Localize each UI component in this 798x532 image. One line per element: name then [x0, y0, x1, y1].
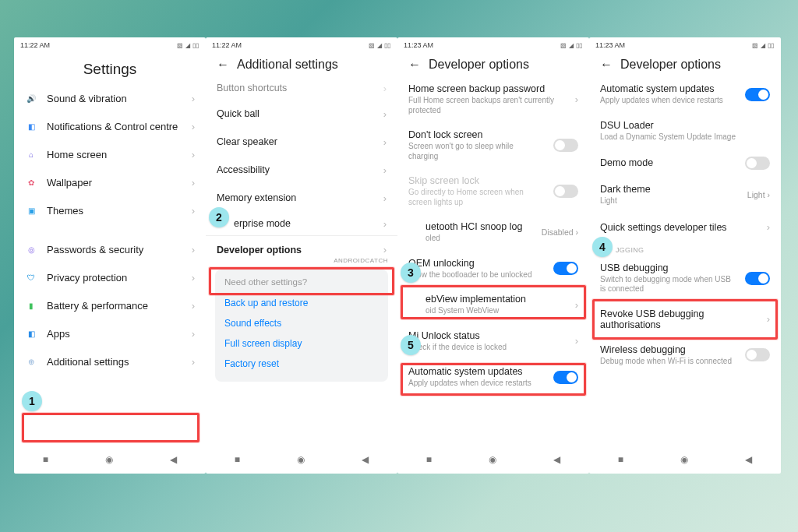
- item-value: Light ›: [747, 190, 770, 199]
- item-label: Privacy protection: [47, 272, 182, 284]
- settings-item[interactable]: ◎ Passwords & security ›: [14, 235, 206, 263]
- item-subtitle: Apply updates when device restarts: [408, 379, 544, 389]
- item-label: Notifications & Control centre: [47, 121, 182, 132]
- nav-home-icon[interactable]: ◉: [489, 454, 496, 465]
- settings-item[interactable]: Accessibility ›: [206, 156, 397, 184]
- step-badge-3: 3: [401, 262, 421, 283]
- settings-item[interactable]: Dark theme Light Light ›: [589, 177, 781, 213]
- status-time: 11:22 AM: [20, 41, 50, 49]
- settings-item[interactable]: Skip screen lock Go directly to Home scr…: [397, 168, 589, 214]
- settings-item[interactable]: 🔊 Sound & vibration ›: [14, 84, 206, 112]
- settings-item[interactable]: Demo mode: [589, 149, 781, 177]
- item-label: erprise mode: [217, 218, 374, 229]
- item-label: Sound & vibration: [47, 93, 182, 104]
- chevron-right-icon: ›: [575, 299, 578, 311]
- settings-item[interactable]: Clear speaker ›: [206, 128, 397, 156]
- settings-item-enterprise-mode[interactable]: erprise mode›: [206, 212, 397, 235]
- settings-item[interactable]: ⊕ Additional settings ›: [14, 347, 206, 375]
- settings-item[interactable]: ▮ Battery & performance ›: [14, 291, 206, 319]
- settings-item-developer-options[interactable]: Developer options›: [206, 235, 397, 263]
- toggle-switch[interactable]: [745, 88, 770, 101]
- settings-item[interactable]: ebView implementation oid System WebView…: [397, 287, 589, 323]
- item-label: Dark theme: [600, 184, 738, 195]
- item-label: Apps: [47, 328, 182, 340]
- nav-recents-icon[interactable]: ■: [618, 454, 623, 465]
- nav-back-icon[interactable]: ◀: [745, 454, 752, 465]
- item-label: Skip screen lock: [408, 175, 544, 186]
- nav-back-icon[interactable]: ◀: [362, 454, 369, 465]
- suggestion-link[interactable]: Factory reset: [224, 354, 379, 374]
- toggle-switch[interactable]: [553, 262, 578, 275]
- toggle-switch[interactable]: [745, 157, 770, 170]
- settings-item[interactable]: DSU Loader Load a Dynamic System Update …: [589, 113, 781, 150]
- item-label: OEM unlocking: [408, 258, 544, 269]
- nav-home-icon[interactable]: ◉: [680, 454, 688, 465]
- nav-back-icon[interactable]: ◀: [553, 454, 560, 465]
- settings-item[interactable]: Quick settings developer tiles ›: [589, 213, 781, 241]
- settings-item-icon: ▮: [25, 299, 37, 312]
- settings-item[interactable]: OEM unlocking Allow the bootloader to be…: [397, 251, 589, 287]
- nav-recents-icon[interactable]: ■: [235, 454, 240, 465]
- android-navbar: ■ ◉ ◀: [397, 446, 589, 474]
- settings-item[interactable]: Wireless debugging Debug mode when Wi-Fi…: [589, 337, 781, 374]
- nav-recents-icon[interactable]: ■: [426, 454, 432, 465]
- android-navbar: ■ ◉ ◀: [14, 446, 206, 474]
- nav-home-icon[interactable]: ◉: [297, 454, 305, 465]
- suggestion-link[interactable]: Full screen display: [224, 333, 379, 354]
- settings-item[interactable]: ◧ Notifications & Control centre ›: [14, 112, 206, 140]
- page-title: Developer options: [429, 58, 529, 72]
- suggestion-link[interactable]: Back up and restore: [224, 293, 379, 313]
- chevron-right-icon: ›: [383, 192, 387, 204]
- settings-item[interactable]: Memory extension ›: [206, 184, 397, 212]
- back-icon[interactable]: ←: [217, 58, 229, 72]
- suggestion-link[interactable]: Sound effects: [224, 313, 379, 333]
- settings-item[interactable]: ✿ Wallpaper ›: [14, 168, 206, 196]
- settings-item[interactable]: Automatic system updates Apply updates w…: [397, 359, 589, 396]
- toggle-switch[interactable]: [553, 185, 578, 198]
- item-label: DSU Loader: [600, 120, 770, 131]
- settings-item[interactable]: Mi Unlock status Check if the device is …: [397, 323, 589, 360]
- toggle-switch[interactable]: [745, 272, 770, 285]
- settings-item[interactable]: Don't lock screen Screen won't go to sle…: [397, 122, 589, 168]
- nav-recents-icon[interactable]: ■: [43, 454, 48, 465]
- settings-item[interactable]: ⌂ Home screen ›: [14, 140, 206, 168]
- item-subtitle: oled: [425, 234, 532, 244]
- item-label: Passwords & security: [47, 244, 182, 255]
- item-subtitle: Go directly to Home screen when screen l…: [408, 188, 544, 207]
- status-bar: 11:23 AM ▧ ◢ ▯▯: [589, 37, 781, 53]
- settings-item[interactable]: Home screen backup password Full Home sc…: [397, 76, 589, 122]
- item-label: Home screen: [47, 149, 182, 160]
- settings-item[interactable]: USB debugging Switch to debugging mode w…: [589, 255, 781, 301]
- chevron-right-icon: ›: [192, 205, 195, 217]
- suggestions-title: Need other settings?: [224, 277, 379, 287]
- chevron-right-icon: ›: [383, 164, 387, 176]
- back-icon[interactable]: ←: [600, 58, 613, 72]
- settings-item[interactable]: 🛡 Privacy protection ›: [14, 263, 206, 291]
- settings-item[interactable]: Revoke USB debugging authorisations ›: [589, 301, 781, 337]
- item-label: Don't lock screen: [408, 129, 544, 140]
- header: Settings: [14, 53, 206, 84]
- toggle-switch[interactable]: [553, 139, 578, 152]
- settings-item[interactable]: Automatic system updates Apply updates w…: [589, 76, 781, 113]
- settings-item[interactable]: ◧ Apps ›: [14, 319, 206, 347]
- android-navbar: ■ ◉ ◀: [589, 446, 781, 474]
- toggle-switch[interactable]: [553, 371, 578, 384]
- settings-item[interactable]: ▣ Themes ›: [14, 196, 206, 224]
- item-subtitle: oid System WebView: [425, 306, 566, 316]
- settings-item[interactable]: uetooth HCI snoop log oled Disabled ›: [397, 214, 589, 251]
- toggle-switch[interactable]: [745, 348, 770, 361]
- settings-item[interactable]: Quick ball ›: [206, 100, 397, 128]
- item-subtitle: Switch to debugging mode when USB is con…: [600, 275, 736, 294]
- step-badge-2: 2: [209, 207, 229, 227]
- item-label: Themes: [47, 205, 182, 217]
- item-label: Wallpaper: [47, 177, 182, 188]
- status-time: 11:23 AM: [595, 41, 625, 49]
- item-label: Revoke USB debugging authorisations: [600, 308, 757, 330]
- header: ← Additional settings: [206, 53, 397, 76]
- chevron-right-icon: ›: [192, 328, 195, 340]
- settings-item-button-shortcuts[interactable]: Button shortcuts›: [206, 76, 397, 100]
- nav-home-icon[interactable]: ◉: [105, 454, 113, 465]
- nav-back-icon[interactable]: ◀: [170, 454, 177, 465]
- back-icon[interactable]: ←: [408, 58, 421, 72]
- screen-additional-settings: 11:22 AM ▧ ◢ ▯▯ ← Additional settings Bu…: [206, 37, 397, 474]
